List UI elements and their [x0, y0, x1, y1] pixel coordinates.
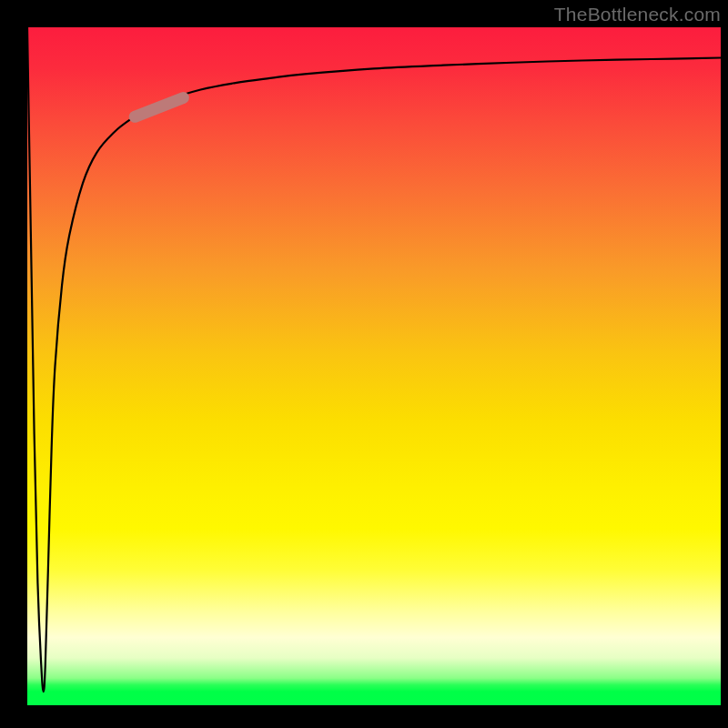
- chart-container: TheBottleneck.com: [0, 0, 728, 728]
- chart-svg: [27, 27, 721, 705]
- bottleneck-curve: [27, 27, 721, 692]
- highlight-segment: [135, 97, 183, 116]
- plot-area: [27, 27, 721, 705]
- watermark-text: TheBottleneck.com: [554, 4, 721, 25]
